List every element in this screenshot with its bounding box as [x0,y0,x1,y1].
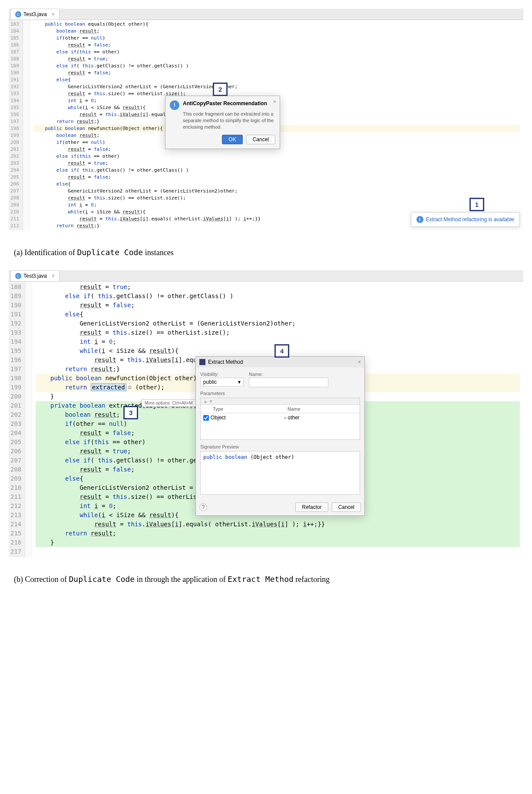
extract-method-dialog: Extract Method × Visibility: public ▾ Na… [195,356,365,516]
chevron-down-icon: ▾ [284,416,286,420]
tab-label: Test3.java [23,273,47,279]
panel-a: C Test3.java × 1831841851861871881891901… [9,9,523,230]
signature-preview: public boolean (Object other) [200,451,360,495]
notification-info-icon: i [416,216,423,223]
dialog-title: AntiCopyPaster Recommendation [183,100,267,110]
callout-2: 2 [213,83,228,96]
file-tab[interactable]: C Test3.java × [10,9,59,20]
fold-column-a [23,20,30,230]
param-row[interactable]: Object ▾other [201,413,360,422]
type-header: Type [210,405,285,413]
close-tab-icon[interactable]: × [52,11,55,17]
chevron-down-icon: ▾ [238,379,241,385]
callout-1: 1 [469,198,484,211]
dialog-body: This code fragment can be extracted into… [165,111,280,130]
help-button[interactable]: ? [199,503,207,511]
param-type: Object [211,415,284,421]
refactor-button[interactable]: Refactor [295,502,328,512]
method-name-input[interactable] [249,378,328,387]
name-label: Name: [249,372,360,377]
intellij-icon [199,359,205,365]
gutter-a: 1831841851861871881891901911921931941951… [9,20,23,230]
file-tab[interactable]: C Test3.java × [10,270,59,281]
visibility-label: Visibility: [200,372,244,377]
caption-a: (a) Identification of Duplicate Code ins… [9,248,523,257]
param-name: other [288,415,300,421]
more-options-hint[interactable]: More options Ctrl+Alt+M [142,399,196,407]
fold-column-b [25,282,32,557]
java-file-icon: C [15,11,21,17]
tab-label: Test3.java [23,11,47,17]
callout-3: 3 [123,406,138,419]
param-reorder-toolbar[interactable]: ▲ ▼ [201,398,360,405]
tab-bar-a: C Test3.java × [9,9,523,20]
panel-b: C Test3.java × 1881891901911921931941951… [9,270,523,557]
parameters-table: ▲ ▼ Type Name Object ▾other [200,398,360,440]
em-titlebar: Extract Method × [196,357,364,367]
name-header: Name [285,405,360,413]
close-dialog-icon[interactable]: × [273,99,276,105]
java-file-icon: C [15,273,21,279]
recommendation-dialog: × ! AntiCopyPaster Recommendation This c… [165,96,280,149]
caption-b: (b) Correction of Duplicate Code in thro… [9,575,523,584]
callout-4: 4 [274,344,289,358]
param-checkbox[interactable] [203,415,209,421]
gutter-b: 1881891901911921931941951961971981992002… [9,282,25,557]
visibility-select[interactable]: public ▾ [200,378,244,386]
cancel-button[interactable]: Cancel [332,502,361,512]
em-title-text: Extract Method [208,359,243,365]
tab-bar-b: C Test3.java × [9,270,523,282]
signature-preview-label: Signature Preview [200,444,360,449]
extract-method-notification[interactable]: i Extract Method refactoring is availabl… [411,212,520,227]
cancel-button[interactable]: Cancel [246,135,275,144]
close-tab-icon[interactable]: × [52,273,55,279]
ok-button[interactable]: OK [222,135,242,144]
em-close-icon[interactable]: × [358,359,361,365]
notification-text: Extract Method refactoring is available [426,216,514,223]
info-icon: ! [170,100,179,110]
parameters-label: Parameters [200,391,360,396]
